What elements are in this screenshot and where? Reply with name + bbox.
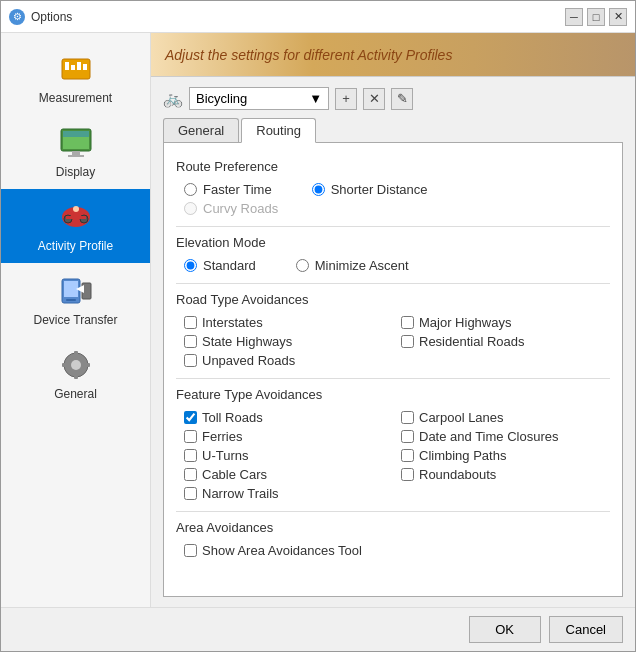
toll-roads-label: Toll Roads xyxy=(202,410,263,425)
u-turns-checkbox[interactable] xyxy=(184,449,197,462)
minimize-ascent-option[interactable]: Minimize Ascent xyxy=(296,258,409,273)
svg-rect-9 xyxy=(68,155,84,157)
roundabouts-option[interactable]: Roundabouts xyxy=(401,467,610,482)
climbing-paths-checkbox[interactable] xyxy=(401,449,414,462)
tabs: General Routing xyxy=(163,118,623,143)
faster-time-radio[interactable] xyxy=(184,183,197,196)
divider-4 xyxy=(176,511,610,512)
svg-rect-1 xyxy=(65,62,69,70)
carpool-lanes-label: Carpool Lanes xyxy=(419,410,504,425)
residential-roads-option[interactable]: Residential Roads xyxy=(401,334,610,349)
sidebar-label-measurement: Measurement xyxy=(39,91,112,105)
delete-activity-button[interactable]: ✕ xyxy=(363,88,385,110)
major-highways-label: Major Highways xyxy=(419,315,511,330)
add-activity-button[interactable]: + xyxy=(335,88,357,110)
edit-activity-button[interactable]: ✎ xyxy=(391,88,413,110)
unpaved-roads-checkbox[interactable] xyxy=(184,354,197,367)
carpool-lanes-option[interactable]: Carpool Lanes xyxy=(401,410,610,425)
panel-header-text: Adjust the settings for different Activi… xyxy=(165,47,452,63)
shorter-distance-option[interactable]: Shorter Distance xyxy=(312,182,428,197)
ok-button[interactable]: OK xyxy=(469,616,541,643)
ferries-checkbox[interactable] xyxy=(184,430,197,443)
show-area-avoidances-option[interactable]: Show Area Avoidances Tool xyxy=(184,543,610,558)
sidebar-item-general[interactable]: General xyxy=(1,337,150,411)
state-highways-option[interactable]: State Highways xyxy=(184,334,393,349)
window-title: Options xyxy=(31,10,565,24)
toll-roads-option[interactable]: Toll Roads xyxy=(184,410,393,425)
svg-rect-24 xyxy=(74,373,78,379)
cable-cars-label: Cable Cars xyxy=(202,467,267,482)
u-turns-option[interactable]: U-Turns xyxy=(184,448,393,463)
measurement-icon xyxy=(58,51,94,87)
interstates-label: Interstates xyxy=(202,315,263,330)
sidebar-item-device-transfer[interactable]: Device Transfer xyxy=(1,263,150,337)
state-highways-label: State Highways xyxy=(202,334,292,349)
toll-roads-checkbox[interactable] xyxy=(184,411,197,424)
interstates-option[interactable]: Interstates xyxy=(184,315,393,330)
major-highways-checkbox[interactable] xyxy=(401,316,414,329)
standard-option[interactable]: Standard xyxy=(184,258,256,273)
shorter-distance-label: Shorter Distance xyxy=(331,182,428,197)
standard-label: Standard xyxy=(203,258,256,273)
feature-avoidances-grid: Toll Roads Carpool Lanes Ferries xyxy=(184,410,610,501)
divider-2 xyxy=(176,283,610,284)
bicycling-icon: 🚲 xyxy=(163,89,183,108)
road-avoidances-section: Road Type Avoidances Interstates Major H… xyxy=(176,292,610,368)
shorter-distance-radio[interactable] xyxy=(312,183,325,196)
date-time-closures-label: Date and Time Closures xyxy=(419,429,558,444)
narrow-trails-label: Narrow Trails xyxy=(202,486,279,501)
sidebar-label-device-transfer: Device Transfer xyxy=(33,313,117,327)
date-time-closures-checkbox[interactable] xyxy=(401,430,414,443)
svg-rect-8 xyxy=(72,151,80,155)
tab-general[interactable]: General xyxy=(163,118,239,142)
options-window: ⚙ Options ─ □ ✕ Measurement xyxy=(0,0,636,652)
sidebar-item-activity-profile[interactable]: Activity Profile xyxy=(1,189,150,263)
standard-radio[interactable] xyxy=(184,259,197,272)
narrow-trails-option[interactable]: Narrow Trails xyxy=(184,486,393,501)
close-button[interactable]: ✕ xyxy=(609,8,627,26)
ferries-option[interactable]: Ferries xyxy=(184,429,393,444)
major-highways-option[interactable]: Major Highways xyxy=(401,315,610,330)
date-time-closures-option[interactable]: Date and Time Closures xyxy=(401,429,610,444)
sidebar-item-measurement[interactable]: Measurement xyxy=(1,41,150,115)
carpool-lanes-checkbox[interactable] xyxy=(401,411,414,424)
activity-profile-icon xyxy=(58,199,94,235)
sidebar-label-activity-profile: Activity Profile xyxy=(38,239,113,253)
minimize-ascent-radio[interactable] xyxy=(296,259,309,272)
activity-selector: 🚲 Bicycling ▼ + ✕ ✎ xyxy=(163,87,623,110)
elevation-options: Standard Minimize Ascent xyxy=(184,258,610,273)
svg-rect-2 xyxy=(71,65,75,70)
svg-rect-4 xyxy=(83,64,87,70)
panel-body: 🚲 Bicycling ▼ + ✕ ✎ General Routing xyxy=(151,77,635,607)
cable-cars-option[interactable]: Cable Cars xyxy=(184,467,393,482)
residential-roads-checkbox[interactable] xyxy=(401,335,414,348)
activity-dropdown[interactable]: Bicycling ▼ xyxy=(189,87,329,110)
route-preference-label: Route Preference xyxy=(176,159,610,174)
unpaved-roads-label: Unpaved Roads xyxy=(202,353,295,368)
faster-time-option[interactable]: Faster Time xyxy=(184,182,272,197)
sidebar-item-display[interactable]: Display xyxy=(1,115,150,189)
tab-general-label: General xyxy=(178,123,224,138)
maximize-button[interactable]: □ xyxy=(587,8,605,26)
tab-routing[interactable]: Routing xyxy=(241,118,316,143)
svg-rect-25 xyxy=(62,363,68,367)
main-content: Measurement Display xyxy=(1,33,635,607)
cable-cars-checkbox[interactable] xyxy=(184,468,197,481)
state-highways-checkbox[interactable] xyxy=(184,335,197,348)
title-controls: ─ □ ✕ xyxy=(565,8,627,26)
narrow-trails-checkbox[interactable] xyxy=(184,487,197,500)
minimize-button[interactable]: ─ xyxy=(565,8,583,26)
svg-rect-7 xyxy=(63,131,89,137)
svg-rect-17 xyxy=(64,281,78,297)
roundabouts-checkbox[interactable] xyxy=(401,468,414,481)
road-avoidances-label: Road Type Avoidances xyxy=(176,292,610,307)
general-icon xyxy=(58,347,94,383)
show-area-avoidances-checkbox[interactable] xyxy=(184,544,197,557)
climbing-paths-option[interactable]: Climbing Paths xyxy=(401,448,610,463)
cancel-button[interactable]: Cancel xyxy=(549,616,623,643)
ferries-label: Ferries xyxy=(202,429,242,444)
interstates-checkbox[interactable] xyxy=(184,316,197,329)
unpaved-roads-option[interactable]: Unpaved Roads xyxy=(184,353,393,368)
svg-rect-23 xyxy=(74,351,78,357)
residential-roads-label: Residential Roads xyxy=(419,334,525,349)
